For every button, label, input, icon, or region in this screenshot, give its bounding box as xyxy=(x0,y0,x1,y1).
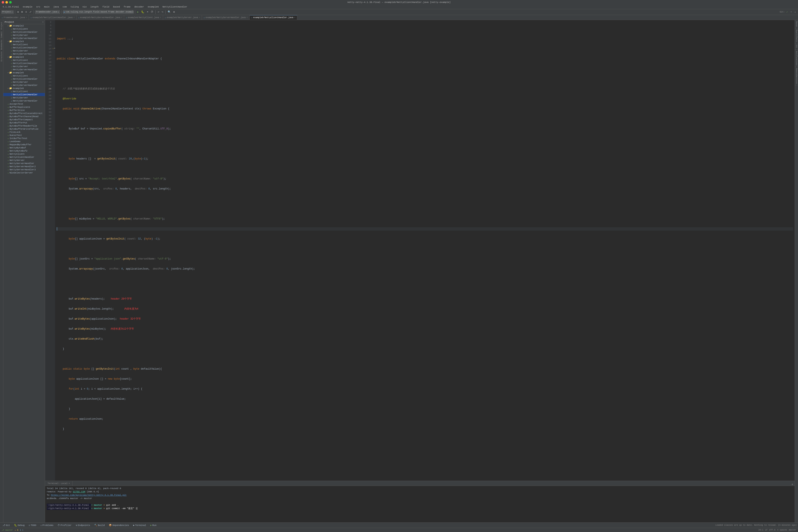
git-check-icon[interactable]: ✓ xyxy=(785,10,788,14)
tab-frame-decoder[interactable]: ☕ FrameDecoder.java × xyxy=(0,15,29,20)
tree-item-nettyclienthandler-2[interactable]: ☕ NettyClientHandler xyxy=(3,31,45,34)
menu-java[interactable]: java xyxy=(52,5,60,8)
tree-item-nettyserver-2[interactable]: ☕ NettyServer xyxy=(3,34,45,37)
notifications-panel-icon[interactable]: Notifications xyxy=(795,50,798,67)
run-config-combo[interactable]: ▶ com.tuling.nio.length.field.based.fram… xyxy=(63,10,134,14)
menu-tuling[interactable]: tuling xyxy=(69,5,80,8)
maximize-button[interactable] xyxy=(9,1,12,3)
tab-terminal-local[interactable]: Terminal: Local + xyxy=(45,481,73,486)
run-icon[interactable]: ▶ xyxy=(136,10,140,14)
menu-length[interactable]: length xyxy=(89,5,100,8)
debug-icon[interactable]: 🐛 xyxy=(141,10,145,14)
menu-main[interactable]: main xyxy=(42,5,51,8)
tab-close-icon[interactable]: × xyxy=(73,17,75,19)
settings2-icon[interactable]: ⚙ xyxy=(172,10,175,14)
menu-nio[interactable]: nio xyxy=(81,5,88,8)
code-content[interactable]: import ...; public class NettyClientHand… xyxy=(55,20,795,481)
tab-example5-server-handler[interactable]: ☕ example5/NettyServerHandler.java × xyxy=(77,15,124,20)
git-toolbar-btn[interactable]: ⎇ Git xyxy=(1,524,11,527)
tab-example5-client-handler[interactable]: ☕ example5/NettyClientHandler.java × xyxy=(29,15,76,20)
sidebar-project-icon[interactable]: Project xyxy=(0,21,3,31)
menu-frame[interactable]: frame xyxy=(122,5,132,8)
menu-based[interactable]: based xyxy=(111,5,122,8)
settings-terminal-icon[interactable]: ⚙ xyxy=(792,483,795,486)
tab-example6-server[interactable]: ☕ example6/NettyServer.java × xyxy=(163,15,202,20)
project-dropdown-icon[interactable]: ▾ xyxy=(42,21,43,23)
tree-item-nettyserverhandler-2[interactable]: ☕ NettyServerHandler xyxy=(3,37,45,40)
tree-item-nettyclienthandler-3[interactable]: ☕ NettyClientHandler xyxy=(3,46,45,49)
tree-item-filelock[interactable]: ☕ FileLock xyxy=(3,131,45,134)
close-button[interactable] xyxy=(2,1,4,3)
tree-item-nettyclient[interactable]: ☕ NettyClient xyxy=(3,152,45,155)
file-path-combo[interactable]: FrameDecoder.java ▾ xyxy=(35,11,60,14)
profiler-toolbar-btn[interactable]: ⏱ Profiler xyxy=(56,524,73,527)
tree-item-example3[interactable]: ▾ 📁 example3 xyxy=(3,40,45,43)
tab-example6-client[interactable]: ☕ example6/NettyClient.java × xyxy=(124,15,163,20)
tab-close-icon[interactable]: × xyxy=(26,17,27,19)
dependencies-toolbar-btn[interactable]: 📦 Dependencies xyxy=(108,524,130,527)
code-editor[interactable]: 2 3 4 9 10 11 12 13 14 15 16 17 18 19 20… xyxy=(45,20,795,481)
git-push-icon[interactable]: ↑ xyxy=(790,10,793,14)
tree-item-bufferslice[interactable]: ☕ BufferSlice xyxy=(3,109,45,112)
tab-example6-client-handler[interactable]: ☕ example6/NettyClientHandler.java × xyxy=(250,15,297,20)
minimize-button[interactable] xyxy=(5,1,8,3)
run-toolbar-btn[interactable]: ▶ Run xyxy=(149,524,158,527)
tab-close-active-icon[interactable]: × xyxy=(294,17,295,19)
build-toolbar-btn[interactable]: 🔨 Build xyxy=(93,524,106,527)
tree-item-nettyserverhandler-5[interactable]: ☕ NettyServerHandler xyxy=(3,83,45,87)
terminal-toolbar-btn[interactable]: ▶ Terminal xyxy=(132,524,147,527)
tree-item-leakdemo[interactable]: ☕ LeakDemo xyxy=(3,140,45,143)
tab-close-icon[interactable]: × xyxy=(160,17,161,19)
maven-panel-icon[interactable]: Maven xyxy=(795,20,798,28)
tree-item-nettyclienthandler-5[interactable]: ☕ NettyClientHandler xyxy=(3,77,45,80)
tree-item-accepttest[interactable]: ☕ AcceptTest xyxy=(3,102,45,106)
menu-example6[interactable]: example6 xyxy=(146,5,161,8)
git-branch-status[interactable]: ⎇ master xyxy=(2,529,13,531)
myartifacts-panel-icon[interactable]: Myartifacts xyxy=(795,28,798,43)
tree-item-bytebuffercompact[interactable]: ☕ ByteBufferCompact xyxy=(3,118,45,121)
menu-class[interactable]: NettyClientHandler xyxy=(161,5,189,8)
tree-item-example6[interactable]: ▾ 📁 example6 xyxy=(3,87,45,90)
add-terminal-icon[interactable]: + xyxy=(69,482,70,485)
git-pull-icon[interactable]: ↓ xyxy=(794,10,797,14)
tree-item-nettyclient-5[interactable]: ☕ NettyClient xyxy=(3,74,45,77)
tree-item-nettyserverhandler2[interactable]: ☕ NettyServerHandler2 xyxy=(3,165,45,168)
tree-item-intbuffertest[interactable]: ☕ IntBufferTest xyxy=(3,137,45,140)
tree-item-nettyclient-6[interactable]: ☕ NettyClient xyxy=(3,90,45,93)
gitee-link[interactable]: https://gitee.com/quyixiao/netty-netty-4… xyxy=(51,494,127,496)
panel-icon[interactable]: ≡ xyxy=(25,10,28,14)
tree-item-nettyserverhandler-4[interactable]: ☕ NettyServerHandler xyxy=(3,68,45,71)
tree-item-nettyserverhandler[interactable]: ☕ NettyServerHandler xyxy=(3,162,45,165)
tree-item-bytebufferput[interactable]: ☕ ByteBufferPut xyxy=(3,121,45,124)
tree-item-mappedbytebuffer[interactable]: ☕ MappedByteBuffer xyxy=(3,143,45,146)
tree-item-nettyserver-6[interactable]: ☕ NettyServer xyxy=(3,96,45,99)
endpoints-toolbar-btn[interactable]: ⇅ Endpoints xyxy=(74,524,91,527)
tree-item-nettyserverhandler-6[interactable]: ☕ NettyServerHandler xyxy=(3,99,45,102)
undo-icon[interactable]: ↩ xyxy=(157,10,160,14)
tree-item-example2[interactable]: ▾ 📁 example2 xyxy=(3,24,45,27)
menu-src[interactable]: src xyxy=(34,5,42,8)
remoteservices-panel-icon[interactable]: RemoteServices xyxy=(795,67,798,86)
tree-item-example5[interactable]: ▾ 📁 example5 xyxy=(3,71,45,74)
tree-item-guesstest[interactable]: ☕ GuessTest xyxy=(3,134,45,137)
sidebar-structure-icon[interactable]: Structure xyxy=(0,51,3,62)
tree-item-nettybytebuf2[interactable]: ☕ NettyByteBuf2 xyxy=(3,149,45,152)
coverage-icon[interactable]: ☂ xyxy=(146,10,149,14)
expand-icon[interactable]: ⤢ xyxy=(29,10,32,14)
tree-item-nettyserver-4[interactable]: ☕ NettyServer xyxy=(3,65,45,68)
tree-item-nettyserverhandler3[interactable]: ☕ NettyServerHandler3 xyxy=(3,168,45,171)
sidebar-commit-icon[interactable]: Commit xyxy=(0,31,3,39)
tree-item-nettyserver[interactable]: ☕ NettyServer xyxy=(3,159,45,162)
tree-item-nettybytebuf[interactable]: ☕ NettyByteBuf xyxy=(3,146,45,149)
terminal-content[interactable]: Total 34 (delta 18), reused 0 (delta 0),… xyxy=(45,486,795,522)
profile-icon[interactable]: ⏱ xyxy=(150,10,154,14)
tab-close-icon[interactable]: × xyxy=(121,17,122,19)
sidebar-bookmarks-icon[interactable]: Bookmarks xyxy=(0,39,3,51)
tree-item-bytebufferreaderfile[interactable]: ☕ ByteBufferReaderFile xyxy=(3,124,45,127)
tree-item-bufferduplicate[interactable]: ☕ BufferDuplicate xyxy=(3,106,45,109)
tree-item-nettyclienthandler-6[interactable]: ☕ NettyClientHandler xyxy=(3,93,45,96)
git-panel-icon[interactable]: Git xyxy=(795,43,798,50)
tree-item-nioselectorserver[interactable]: ☕ NioSelectorServer xyxy=(3,171,45,174)
problems-toolbar-btn[interactable]: ⚠ Problems xyxy=(39,524,55,527)
todo-toolbar-btn[interactable]: ☑ TODO xyxy=(27,524,38,527)
